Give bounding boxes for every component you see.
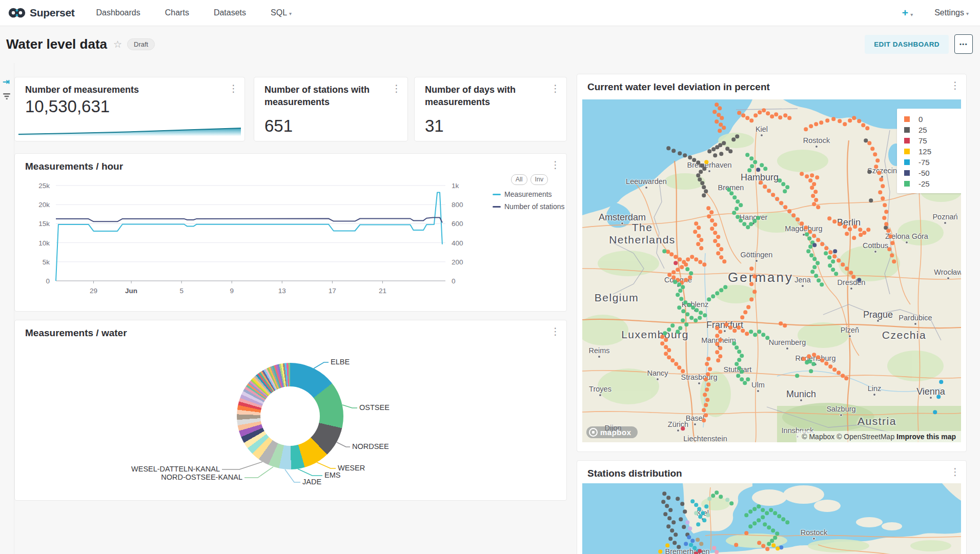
station-dot bbox=[757, 330, 761, 334]
map-city-label: Liechtenstein bbox=[683, 435, 727, 442]
station-dot bbox=[781, 182, 785, 186]
station-dot bbox=[687, 535, 691, 539]
edit-dashboard-button[interactable]: EDIT DASHBOARD bbox=[865, 35, 949, 54]
map-legend-item[interactable]: -25 bbox=[904, 178, 961, 189]
station-dot bbox=[723, 285, 727, 289]
map-legend-item[interactable]: 0 bbox=[904, 114, 961, 125]
svg-text:400: 400 bbox=[452, 239, 463, 247]
station-dot bbox=[861, 123, 865, 127]
more-options-button[interactable]: ••• bbox=[954, 34, 973, 54]
station-dot bbox=[713, 222, 717, 227]
station-dot bbox=[712, 546, 716, 550]
filter-icon[interactable] bbox=[3, 93, 11, 102]
station-dot bbox=[833, 249, 837, 253]
station-dot bbox=[775, 197, 779, 201]
station-dot bbox=[832, 367, 836, 372]
card-menu-icon[interactable]: ⋮ bbox=[550, 160, 560, 170]
station-dot bbox=[748, 524, 752, 528]
donut-slice-label: JADE bbox=[302, 478, 321, 486]
favorite-star-icon[interactable]: ☆ bbox=[113, 38, 122, 50]
station-dot bbox=[671, 149, 676, 153]
nav-datasets[interactable]: Datasets bbox=[214, 8, 246, 17]
improve-map-link[interactable]: Improve this map bbox=[896, 433, 956, 441]
card-menu-icon[interactable]: ⋮ bbox=[229, 84, 238, 93]
nav-sql[interactable]: SQL▾ bbox=[271, 8, 292, 17]
map-legend-item[interactable]: 75 bbox=[904, 135, 961, 146]
brand-name: Superset bbox=[30, 7, 74, 19]
nav-charts[interactable]: Charts bbox=[165, 8, 189, 17]
map-city-label: Nuremberg bbox=[769, 338, 806, 346]
legend-label: Measurements bbox=[504, 190, 552, 198]
station-dot bbox=[685, 520, 689, 524]
station-dot bbox=[683, 153, 687, 157]
legend-item[interactable]: Measurements bbox=[493, 190, 566, 198]
station-dot bbox=[890, 241, 894, 245]
svg-text:21: 21 bbox=[379, 287, 386, 295]
card-menu-icon[interactable]: ⋮ bbox=[392, 84, 401, 93]
station-dot bbox=[785, 520, 789, 524]
station-dot bbox=[812, 234, 816, 238]
station-dot bbox=[805, 174, 809, 178]
expand-filters-icon[interactable]: ⇥ bbox=[3, 76, 10, 87]
osm-attribution-link[interactable]: © OpenStreetMap bbox=[836, 433, 896, 441]
dashboard-header: Water level data ☆ Draft EDIT DASHBOARD … bbox=[0, 26, 980, 63]
station-dot bbox=[800, 172, 804, 176]
station-dot bbox=[808, 244, 812, 249]
card-menu-icon[interactable]: ⋮ bbox=[550, 84, 560, 93]
svg-text:5: 5 bbox=[179, 287, 183, 295]
card-menu-icon[interactable]: ⋮ bbox=[950, 80, 960, 90]
donut-slice-label: NORD-OSTSEE-KANAL bbox=[161, 473, 242, 481]
station-dot bbox=[888, 234, 892, 238]
station-dot bbox=[663, 512, 667, 516]
station-dot bbox=[681, 369, 685, 373]
station-dot bbox=[836, 371, 841, 375]
map-country-label: The Netherlands bbox=[604, 221, 681, 246]
station-dot bbox=[762, 108, 766, 112]
station-dot bbox=[745, 116, 749, 120]
donut-hole bbox=[260, 386, 320, 446]
deviation-map[interactable]: The NetherlandsBelgiumGermanyLuxembourgC… bbox=[582, 99, 961, 442]
map-legend-item[interactable]: -50 bbox=[904, 168, 961, 178]
station-dot bbox=[695, 308, 699, 312]
map-city-label: Prague bbox=[863, 310, 893, 320]
map-legend-item[interactable]: 25 bbox=[904, 125, 961, 135]
station-dot bbox=[676, 330, 680, 334]
map-legend-item[interactable]: -75 bbox=[904, 157, 961, 168]
card-menu-icon[interactable]: ⋮ bbox=[950, 467, 960, 477]
station-dot bbox=[933, 410, 937, 414]
card-menu-icon[interactable]: ⋮ bbox=[550, 326, 560, 336]
donut-slice-label: WESER bbox=[338, 464, 365, 472]
donut-slice-label: NORDSEE bbox=[352, 442, 389, 450]
station-dot bbox=[832, 219, 836, 223]
settings-menu[interactable]: Settings▾ bbox=[934, 8, 969, 17]
legend-pill-all[interactable]: All bbox=[511, 174, 527, 185]
station-dot bbox=[690, 255, 694, 259]
navbar: Superset Dashboards Charts Datasets SQL▾… bbox=[0, 0, 980, 26]
station-dot bbox=[749, 330, 753, 334]
map-city-label: Zürich bbox=[668, 420, 688, 428]
station-dot bbox=[875, 158, 880, 162]
station-dot bbox=[663, 331, 667, 335]
station-dot bbox=[775, 531, 779, 536]
map-legend-item[interactable]: 125 bbox=[904, 146, 961, 157]
station-dot bbox=[666, 524, 670, 528]
mapbox-logo[interactable]: mapbox bbox=[586, 426, 638, 438]
nav-dashboards[interactable]: Dashboards bbox=[96, 8, 140, 17]
station-dot bbox=[672, 541, 677, 545]
station-dot bbox=[682, 525, 686, 529]
station-dot bbox=[820, 242, 824, 246]
legend-pill-inv[interactable]: Inv bbox=[530, 174, 548, 185]
map-city-label: Nancy bbox=[647, 369, 668, 377]
stations-map[interactable]: KielRostockBremerhaven bbox=[582, 483, 961, 554]
city-dot-icon bbox=[848, 335, 851, 338]
station-dot bbox=[802, 357, 806, 361]
legend-item[interactable]: Number of stations bbox=[493, 202, 566, 211]
mapbox-attribution-link[interactable]: © Mapbox bbox=[802, 433, 836, 441]
kpi-title: Number of measurements bbox=[25, 84, 224, 96]
station-dot bbox=[757, 518, 761, 522]
superset-logo[interactable]: Superset bbox=[8, 7, 74, 19]
station-dot bbox=[668, 508, 672, 512]
map-city-label: Poznań bbox=[932, 213, 957, 221]
new-item-button[interactable]: +▾ bbox=[902, 7, 913, 19]
line-chart[interactable]: 25k20k15k10k5k01k800600400200029Jun59131… bbox=[24, 180, 485, 305]
